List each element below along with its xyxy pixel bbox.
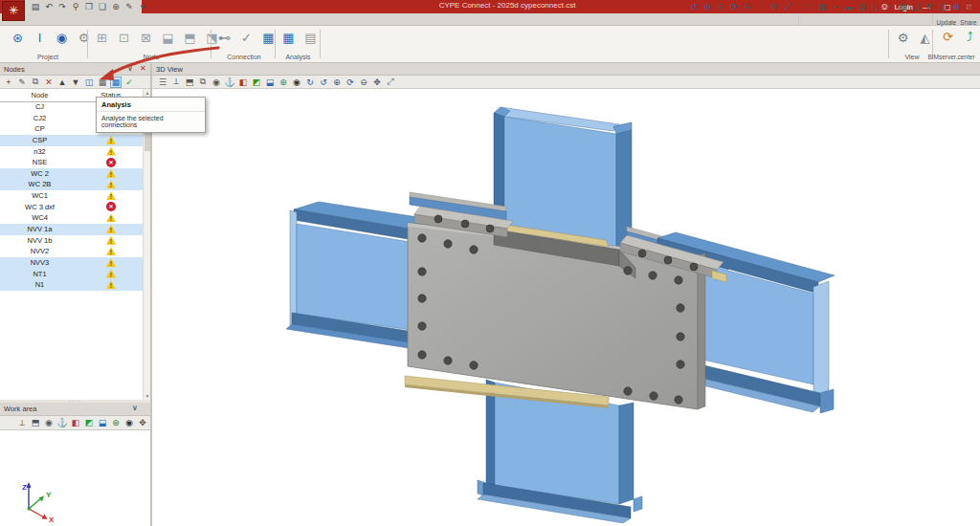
grid-icon[interactable]: ▦ — [816, 1, 828, 12]
view-settings-gear-icon[interactable]: ⚙ — [894, 29, 912, 47]
table-row[interactable]: NSE — [0, 157, 143, 168]
delete-node-icon[interactable]: ⊠ — [137, 29, 155, 47]
frame-icon[interactable]: □ — [803, 1, 814, 12]
plates-icon[interactable]: ◩ — [83, 417, 95, 428]
undo-icon[interactable]: ↶ — [43, 1, 55, 12]
web-globe-icon[interactable]: ⊛ — [950, 1, 962, 12]
rotate-icon[interactable]: ↻ — [304, 77, 316, 88]
mesh-icon[interactable]: ▤ — [857, 1, 868, 12]
window-layout-icon[interactable]: ◫ — [937, 1, 948, 12]
report-icon[interactable]: ▤ — [301, 29, 320, 47]
orbit-icon[interactable]: ↺ — [318, 77, 329, 88]
check-button[interactable]: ✓ — [123, 77, 135, 88]
column-header-node[interactable]: Node — [0, 91, 79, 99]
welds-icon[interactable]: ⬓ — [97, 417, 108, 428]
settings-gear-icon[interactable]: ⚙ — [75, 29, 93, 47]
table-row[interactable]: WC 2 — [0, 168, 143, 180]
table-row[interactable]: NT1 — [0, 269, 143, 280]
table-row[interactable]: WC 2B — [0, 179, 143, 190]
world-icon[interactable]: ⊛ — [9, 29, 27, 47]
web-icon[interactable]: ⊛ — [110, 1, 122, 12]
refresh-view-icon[interactable]: ⟳ — [728, 1, 740, 12]
pan-icon[interactable]: ✥ — [768, 1, 780, 12]
zoom-out-icon[interactable]: ⊖ — [358, 77, 369, 88]
table-row[interactable]: WC 3 dxf — [0, 202, 143, 213]
edit-node-icon[interactable]: ⊡ — [115, 29, 133, 47]
table-row[interactable]: NVV3 — [0, 257, 143, 269]
table-row[interactable]: NVV 1b — [0, 235, 143, 247]
player-icon[interactable]: ◉ — [53, 29, 71, 47]
eye-icon[interactable]: ◉ — [123, 417, 135, 428]
add-node-button[interactable]: + — [3, 77, 14, 88]
collapse-work-area-icon[interactable]: ∨ — [132, 404, 138, 412]
table-row[interactable]: CSP — [0, 135, 143, 146]
check-connection-icon[interactable]: ✓ — [237, 29, 256, 47]
rotate-view-icon[interactable]: ↺ — [688, 1, 700, 12]
angle-icon[interactable]: ◺ — [870, 1, 881, 12]
close-panel-icon[interactable]: ✕ — [140, 64, 146, 73]
save-icon[interactable]: ▤ — [30, 1, 41, 12]
orbit-view-icon[interactable]: ⊛ — [702, 1, 713, 12]
grab-icon[interactable]: ✥ — [137, 417, 148, 428]
cype-logo[interactable]: ✳ — [2, 1, 25, 21]
members-icon[interactable]: ◧ — [237, 77, 249, 88]
table-row[interactable]: WC1 — [0, 190, 143, 202]
texture-icon[interactable]: ▨ — [897, 1, 908, 12]
elements-icon[interactable]: ◉ — [291, 77, 302, 88]
supports-icon[interactable]: ⚓ — [56, 417, 68, 428]
import-node-icon[interactable]: ⬓ — [159, 29, 177, 47]
redo-icon[interactable]: ↷ — [56, 1, 68, 12]
solid-icon[interactable]: ▬ — [843, 1, 855, 12]
collapse-panel-icon[interactable]: ∨ — [127, 64, 133, 73]
bolts-icon[interactable]: ⊛ — [110, 417, 122, 428]
pan-icon[interactable]: ✥ — [371, 77, 383, 88]
viewport-3d[interactable] — [152, 89, 980, 526]
copy-node-button[interactable]: ⧉ — [30, 77, 41, 88]
delete-node-button[interactable]: ✕ — [43, 77, 55, 88]
table-row[interactable]: NVV2 — [0, 246, 143, 257]
edit-icon[interactable]: ✎ — [123, 1, 135, 12]
bim-share-button[interactable]: ⤴ — [960, 28, 980, 46]
stamp-icon[interactable]: ❏ — [97, 1, 108, 12]
solid-view-icon[interactable]: ⬒ — [30, 417, 41, 428]
members-icon[interactable]: ◧ — [70, 417, 81, 428]
snap-icon[interactable]: ▪ — [830, 1, 841, 12]
supports-icon[interactable]: ⚓ — [224, 77, 235, 88]
edit-node-button[interactable]: ✎ — [16, 77, 28, 88]
edit-connection-icon[interactable]: ⊷ — [215, 29, 234, 47]
table-scrollbar[interactable]: ▲ ▼ — [143, 89, 150, 400]
wireframe-view-icon[interactable]: ⧉ — [197, 77, 209, 88]
render-icon[interactable]: ◉ — [964, 1, 975, 12]
print-icon[interactable]: ❐ — [83, 1, 95, 12]
welds-icon[interactable]: ⬓ — [264, 77, 276, 88]
table-row[interactable]: NVV 1a — [0, 224, 143, 235]
plates-icon[interactable]: ◩ — [251, 77, 262, 88]
export-connection-button[interactable]: ◫ — [83, 77, 95, 88]
previous-view-icon[interactable]: ◌ — [755, 1, 767, 12]
new-node-icon[interactable]: ⊞ — [93, 29, 111, 47]
zoom-icon[interactable]: ⚲ — [70, 1, 81, 12]
visibility-icon[interactable]: ◉ — [211, 77, 222, 88]
turn-icon[interactable]: ⟳ — [345, 77, 356, 88]
local-axes-icon[interactable]: ⟂ — [16, 417, 28, 428]
layers-icon[interactable]: ☰ — [157, 77, 168, 88]
solid-view-icon[interactable]: ⬒ — [184, 77, 195, 88]
table-row[interactable]: WC4 — [0, 212, 143, 224]
table-row[interactable]: N1 — [0, 279, 143, 291]
move-down-button[interactable]: ▼ — [70, 77, 81, 88]
local-axes-icon[interactable]: ⟂ — [170, 77, 182, 88]
tab-3d-view[interactable]: 3D View — [156, 65, 183, 74]
zoom-out-icon[interactable]: ⊖ — [715, 1, 726, 12]
visibility-icon[interactable]: ◉ — [43, 417, 55, 428]
fit-icon[interactable]: ⤢ — [385, 77, 396, 88]
tools-icon[interactable]: ⚒ — [924, 1, 935, 12]
zoom-window-icon[interactable]: ⊕ — [742, 1, 753, 12]
import-frame-icon[interactable]: ⬒ — [181, 29, 199, 47]
table-row[interactable]: n32 — [0, 146, 143, 158]
bolts-icon[interactable]: ⊛ — [278, 77, 289, 88]
zoom-window-icon[interactable]: ⊕ — [331, 77, 343, 88]
move-up-button[interactable]: ▲ — [56, 77, 68, 88]
analyse-button[interactable]: ▦ — [110, 77, 122, 88]
analyse-icon[interactable]: ▦ — [279, 29, 298, 47]
fit-view-icon[interactable]: ⤢ — [782, 1, 793, 12]
